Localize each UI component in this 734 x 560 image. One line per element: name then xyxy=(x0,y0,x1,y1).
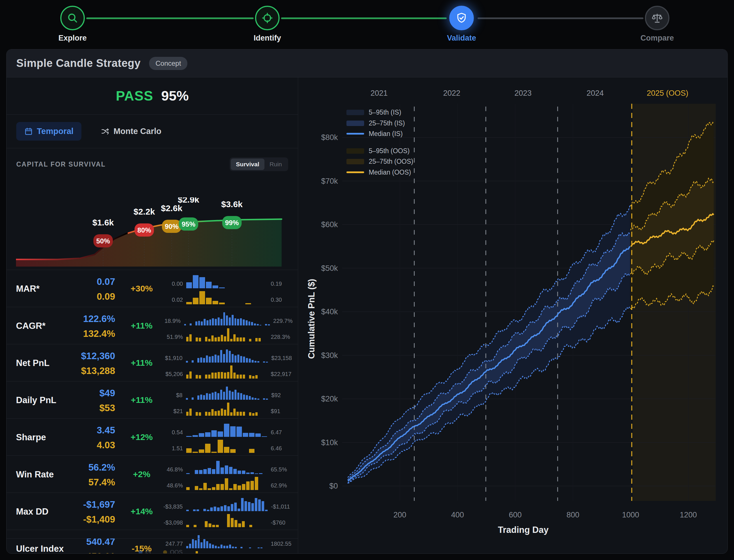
app-root: Explore Identify Validate Compare Simple… xyxy=(0,0,734,560)
hist-bar xyxy=(205,432,211,437)
hist-bar xyxy=(230,365,233,379)
is-range-max: 229.7% xyxy=(273,318,295,325)
step-explore[interactable]: Explore xyxy=(38,6,107,43)
oos-histogram: 48.6% 62.9% xyxy=(161,474,295,490)
oos-range-min: $5,206 xyxy=(161,371,183,379)
hist-bar xyxy=(235,355,237,363)
hist-bar xyxy=(192,397,194,400)
hist-bar xyxy=(205,337,207,341)
hist-bar xyxy=(249,375,251,379)
workflow-stepper: Explore Identify Validate Compare xyxy=(0,0,734,49)
metric-row-netpnl[interactable]: Net PnL $12,360 $13,288 +11% $1,910 $23,… xyxy=(7,344,298,381)
is-histogram: 0.00 0.19 xyxy=(161,272,295,288)
tab-temporal[interactable]: Temporal xyxy=(16,122,81,141)
hist-bar xyxy=(189,334,192,341)
milestone-amount: $1.6k xyxy=(92,218,114,227)
metric-row-cagr[interactable]: CAGR* 122.6% 132.4% +11% 18.9% 229.7% 51… xyxy=(7,307,298,344)
legend-swatch xyxy=(347,148,364,154)
metric-value-oos: -$1,409 xyxy=(58,514,115,525)
hist-bar xyxy=(192,360,194,363)
hist-bar xyxy=(221,319,223,325)
hist-bar xyxy=(200,395,202,400)
hist-bar xyxy=(207,320,209,325)
hist-bar xyxy=(252,360,254,363)
metric-value-is: 56.2% xyxy=(58,462,115,473)
footer-is-legend: IS xyxy=(139,549,151,554)
hist-bar xyxy=(252,413,255,416)
legend-label: Median (OOS) xyxy=(369,169,411,176)
oos-histogram: 51.9% 228.3% xyxy=(161,325,295,341)
metric-row-sharpe[interactable]: Sharpe 3.45 4.03 +12% 0.54 6.47 1.51 6.4… xyxy=(7,418,298,455)
hist-bar xyxy=(238,471,241,474)
hist-bar xyxy=(196,412,198,416)
hist-bar xyxy=(226,349,228,363)
y-tick-label: $10k xyxy=(321,438,338,447)
step-identify[interactable]: Identify xyxy=(233,6,302,43)
footer-oos-legend: OOS xyxy=(163,549,183,554)
footer-oos-label: OOS xyxy=(170,549,183,554)
hist-bar xyxy=(199,375,201,379)
hist-bar xyxy=(224,373,226,379)
hist-bar xyxy=(232,315,234,325)
y-tick-label: $30k xyxy=(321,351,338,360)
hist-bar xyxy=(249,321,251,325)
hist-bar xyxy=(212,318,214,325)
x-tick-label: 600 xyxy=(509,511,521,519)
tab-monte-carlo[interactable]: Monte Carlo xyxy=(93,122,169,141)
oos-range-min: 48.6% xyxy=(161,482,183,490)
legend-swatch xyxy=(347,133,364,135)
oos-range-min: 0.02 xyxy=(161,297,183,304)
hist-bar xyxy=(193,298,199,304)
hist-bar xyxy=(186,412,189,416)
is-histogram: $8 $92 xyxy=(161,384,295,400)
hist-bar xyxy=(249,433,255,437)
hist-bar xyxy=(226,387,228,400)
hist-bar xyxy=(196,337,198,341)
hist-bar xyxy=(249,449,255,453)
oos-range-max: 6.46 xyxy=(271,445,295,453)
hist-bar xyxy=(246,395,248,400)
footer-is-label: IS xyxy=(145,549,151,554)
hist-bar xyxy=(212,525,215,527)
hist-bar xyxy=(233,484,237,490)
metric-value-oos: $53 xyxy=(58,403,115,413)
hist-bar xyxy=(243,357,245,363)
search-icon xyxy=(67,12,79,24)
milestone-amount: $3.6k xyxy=(221,199,243,209)
is-range-max: 6.47 xyxy=(271,429,295,437)
toggle-ruin[interactable]: Ruin xyxy=(265,159,287,170)
y-tick-label: $20k xyxy=(321,395,338,403)
legend-label: 25–75th (OOS) xyxy=(369,158,413,165)
metric-row-maxdd[interactable]: Max DD -$1,697 -$1,409 +14% -$3,835 -$1,… xyxy=(7,493,298,530)
hist-bar xyxy=(237,355,239,363)
year-label: 2022 xyxy=(443,89,460,97)
step-validate[interactable]: Validate xyxy=(427,6,496,43)
step-compare[interactable]: Compare xyxy=(623,6,691,43)
hist-bar xyxy=(240,356,242,363)
metric-row-dailypnl[interactable]: Daily PnL $49 $53 +11% $8 $92 $21 $91 xyxy=(7,381,298,418)
oos-histogram: $21 $91 xyxy=(161,400,295,416)
hist-bar xyxy=(206,355,208,363)
oos-range-max: $22,917 xyxy=(271,371,295,379)
toggle-survival[interactable]: Survival xyxy=(231,159,265,170)
hist-bar xyxy=(208,375,211,379)
hist-bar xyxy=(255,477,258,490)
x-tick-label: 200 xyxy=(393,511,406,519)
cumulative-pnl-chart: $0$10k$20k$30k$40k$50k$60k$70k$80k200400… xyxy=(298,49,728,554)
hist-bar xyxy=(240,337,242,341)
hist-bar xyxy=(230,449,236,453)
hist-bar xyxy=(259,338,261,341)
hist-bar xyxy=(186,525,189,527)
hist-bar xyxy=(242,521,245,527)
oos-range-max: 62.9% xyxy=(271,482,295,490)
hist-bar xyxy=(221,409,223,416)
is-range-min: 0.54 xyxy=(161,429,183,437)
hist-bar xyxy=(218,372,220,379)
hist-bar xyxy=(212,469,215,474)
metric-row-mar[interactable]: MAR* 0.07 0.09 +30% 0.00 0.19 0.02 0.30 xyxy=(7,270,298,307)
hist-bar xyxy=(205,412,207,416)
metric-row-winrate[interactable]: Win Rate 56.2% 57.4% +2% 46.8% 65.5% 48.… xyxy=(7,455,298,493)
target-icon xyxy=(261,12,273,24)
stepper-connector-0 xyxy=(86,17,254,19)
hist-bar xyxy=(220,390,222,400)
